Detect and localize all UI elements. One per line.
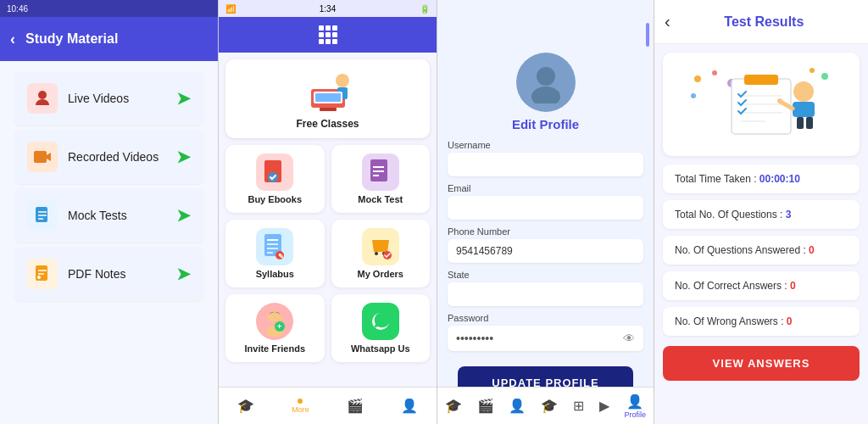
state-label: State bbox=[448, 270, 643, 280]
menu-item-mock-tests[interactable]: Mock Tests ➤ bbox=[14, 188, 204, 243]
footer-more[interactable]: More bbox=[292, 399, 309, 414]
panel1-header: ‹ Study Material bbox=[0, 17, 218, 61]
menu-item-pdf-notes[interactable]: PDF Notes ➤ bbox=[14, 247, 204, 302]
total-q-label: Total No. Of Questions : bbox=[675, 209, 786, 220]
total-q-value: 3 bbox=[786, 209, 792, 220]
svg-point-35 bbox=[267, 315, 270, 320]
back-button-4[interactable]: ‹ bbox=[665, 12, 670, 31]
mock-tests-label: Mock Tests bbox=[68, 209, 176, 222]
update-profile-button[interactable]: UPDATE PROFILE bbox=[458, 366, 633, 387]
svg-rect-16 bbox=[315, 93, 341, 102]
p3-footer-courses[interactable]: 🎓 bbox=[541, 398, 558, 415]
footer-user[interactable]: 👤 bbox=[401, 398, 418, 415]
grid-item-whatsapp[interactable]: Whatsapp Us bbox=[331, 294, 431, 362]
grid-dots-icon bbox=[319, 25, 337, 44]
phone-label: Phone Number bbox=[448, 226, 643, 237]
purple-bar bbox=[646, 23, 649, 47]
p3-footer-home[interactable]: 🎓 bbox=[445, 398, 462, 415]
pdf-notes-label: PDF Notes bbox=[68, 267, 176, 281]
state-input[interactable] bbox=[448, 282, 643, 306]
svg-point-42 bbox=[531, 86, 560, 103]
menu-item-live-videos[interactable]: Live Videos ➤ bbox=[14, 71, 204, 126]
grid-item-mock-test[interactable]: Mock Test bbox=[331, 145, 431, 213]
svg-point-60 bbox=[777, 98, 782, 103]
grid-item-syllabus[interactable]: ✎ Syllabus bbox=[225, 220, 325, 287]
result-answered-card: No. Of Questions Answered : 0 bbox=[663, 236, 860, 265]
svg-point-30 bbox=[375, 252, 378, 255]
whatsapp-label: Whatsapp Us bbox=[351, 343, 410, 354]
svg-rect-7 bbox=[36, 265, 47, 281]
view-answers-button[interactable]: VIEW ANSWERS bbox=[663, 346, 860, 381]
time-value: 00:00:10 bbox=[760, 173, 800, 185]
whatsapp-icon bbox=[362, 303, 399, 340]
status-icons-left: 📶 bbox=[225, 4, 236, 14]
profile-topbar bbox=[437, 3, 654, 41]
panel4-content: Total Time Taken : 00:00:10 Total No. Of… bbox=[654, 44, 868, 424]
grid-item-buy-ebooks[interactable]: Buy Ebooks bbox=[225, 145, 325, 213]
live-videos-arrow: ➤ bbox=[176, 88, 191, 109]
grid-item-my-orders[interactable]: My Orders bbox=[331, 220, 431, 287]
mock-test-grid-label: Mock Test bbox=[358, 194, 403, 204]
p3-footer-grid[interactable]: ⊞ bbox=[573, 398, 584, 415]
username-group: Username bbox=[448, 140, 643, 176]
home-icon: 🎓 bbox=[237, 398, 254, 414]
free-classes-banner[interactable]: Free Classes bbox=[225, 59, 430, 138]
time-2: 1:34 bbox=[320, 4, 336, 14]
svg-point-43 bbox=[694, 75, 701, 82]
p3-footer-play[interactable]: ▶ bbox=[599, 398, 609, 415]
test-results-panel: ‹ Test Results bbox=[654, 0, 868, 424]
p3-grid-icon: ⊞ bbox=[573, 398, 584, 414]
panel4-header: ‹ Test Results bbox=[654, 0, 868, 44]
password-input[interactable] bbox=[456, 332, 623, 345]
svg-rect-57 bbox=[797, 117, 804, 129]
svg-rect-12 bbox=[320, 108, 337, 111]
menu-item-recorded-videos[interactable]: Recorded Videos ➤ bbox=[14, 130, 204, 185]
svg-text:+: + bbox=[277, 322, 281, 331]
password-group: Password 👁 bbox=[448, 313, 643, 351]
free-classes-label: Free Classes bbox=[296, 118, 359, 130]
username-input[interactable] bbox=[448, 153, 643, 176]
p3-footer-user[interactable]: 👤 bbox=[509, 398, 526, 415]
mock-test-icon bbox=[362, 153, 399, 191]
p3-user-icon: 👤 bbox=[509, 398, 526, 414]
password-field-container: 👁 bbox=[448, 326, 643, 351]
footer-home[interactable]: 🎓 bbox=[237, 398, 254, 415]
svg-point-0 bbox=[38, 91, 47, 99]
syllabus-label: Syllabus bbox=[256, 269, 294, 279]
edit-profile-panel: Edit Profile Username Email Phone Number… bbox=[437, 0, 654, 424]
state-group: State bbox=[448, 270, 643, 306]
orders-icon bbox=[362, 228, 399, 265]
svg-point-33 bbox=[269, 310, 281, 322]
recorded-videos-icon bbox=[27, 142, 58, 172]
result-correct-card: No. Of Correct Answers : 0 bbox=[663, 271, 860, 300]
eye-icon[interactable]: 👁 bbox=[623, 332, 635, 345]
correct-value: 0 bbox=[790, 280, 796, 292]
panel2-footer: 🎓 More 🎬 👤 bbox=[219, 387, 437, 424]
email-input[interactable] bbox=[448, 196, 643, 220]
svg-point-55 bbox=[793, 81, 814, 102]
panel2-topbar bbox=[219, 17, 437, 53]
svg-text:✎: ✎ bbox=[278, 253, 284, 260]
email-label: Email bbox=[448, 183, 643, 193]
live-videos-label: Live Videos bbox=[68, 92, 176, 105]
back-button-1[interactable]: ‹ bbox=[10, 31, 15, 48]
invite-label: Invite Friends bbox=[244, 343, 305, 354]
answered-label: No. Of Questions Answered : bbox=[675, 244, 809, 256]
syllabus-icon: ✎ bbox=[256, 228, 293, 265]
grid-item-invite-friends[interactable]: + Invite Friends bbox=[225, 294, 325, 362]
app-grid-panel: 📶 1:34 🔋 bbox=[219, 0, 437, 424]
wrong-value: 0 bbox=[787, 315, 793, 327]
orders-label: My Orders bbox=[358, 269, 403, 279]
p3-footer-profile[interactable]: 👤 Profile bbox=[625, 393, 647, 419]
time-label: Total Time Taken : bbox=[675, 173, 760, 185]
footer-video[interactable]: 🎬 bbox=[347, 398, 364, 415]
pdf-notes-icon bbox=[27, 259, 58, 289]
p3-footer-video[interactable]: 🎬 bbox=[477, 398, 494, 415]
panel4-title: Test Results bbox=[670, 14, 858, 30]
svg-rect-49 bbox=[732, 79, 791, 134]
svg-point-36 bbox=[279, 315, 282, 320]
phone-input[interactable] bbox=[448, 239, 643, 263]
app-grid: Buy Ebooks Mock Test bbox=[225, 145, 430, 362]
panel2-grid-content: Free Classes Buy Ebooks bbox=[219, 53, 437, 387]
video-icon: 🎬 bbox=[347, 398, 364, 414]
